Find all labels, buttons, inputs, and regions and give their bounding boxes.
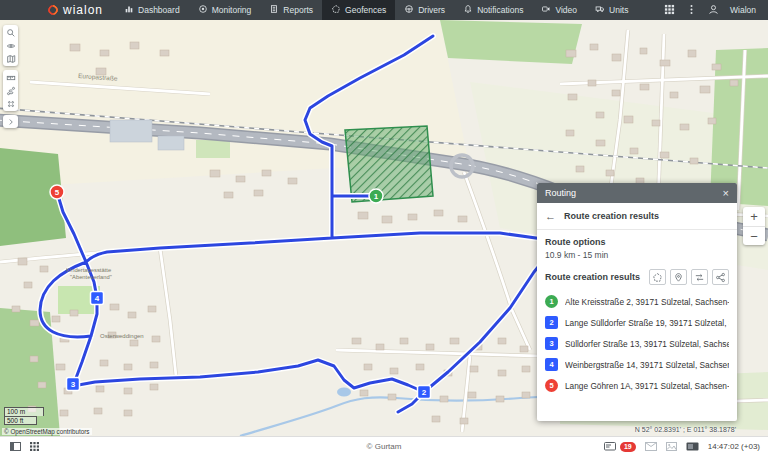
map-marker-4[interactable]: 4 xyxy=(91,292,104,305)
map-marker-2[interactable]: 2 xyxy=(418,386,431,399)
nav-item-label: Geofences xyxy=(345,5,386,15)
dots-icon xyxy=(6,99,16,109)
apps-grid-icon[interactable] xyxy=(664,1,675,19)
stop-address: Lange Sülldorfer Straße 19, 39171 Sülzet… xyxy=(565,318,729,328)
eye-icon xyxy=(6,41,16,51)
nav-item-label: Monitoring xyxy=(212,5,252,15)
save-as-place-button[interactable] xyxy=(670,269,687,285)
search-button[interactable] xyxy=(3,26,18,39)
stop-address: Lange Göhren 1A, 39171 Sülzetal, Sachsen… xyxy=(565,381,729,391)
scale-metric: 100 m xyxy=(4,407,44,416)
nav-item-video[interactable]: Video xyxy=(532,0,586,20)
video-wall-icon[interactable] xyxy=(686,442,699,451)
notifications-tray-icon[interactable] xyxy=(604,442,616,452)
route-options-header: Route options xyxy=(537,230,737,250)
toggle-panel-icon[interactable] xyxy=(10,442,21,451)
reverse-route-button[interactable] xyxy=(691,269,708,285)
map-source-button[interactable] xyxy=(3,52,18,65)
ruler-icon xyxy=(6,73,16,83)
share-route-button[interactable] xyxy=(712,269,729,285)
map-marker-3[interactable]: 3 xyxy=(67,378,80,391)
nav-item-notifications[interactable]: Notifications xyxy=(454,0,532,20)
nav-item-monitoring[interactable]: Monitoring xyxy=(189,0,261,20)
geofence-polygon[interactable] xyxy=(345,126,433,202)
map-marker-5[interactable]: 5 xyxy=(50,185,64,199)
dashboard-icon xyxy=(124,4,134,16)
nav-item-reports[interactable]: Reports xyxy=(260,0,322,20)
svg-text:1: 1 xyxy=(374,192,379,201)
routing-button[interactable] xyxy=(3,84,18,97)
map-marker-1[interactable]: 1 xyxy=(369,189,383,203)
user-name[interactable]: Wialon xyxy=(730,5,756,15)
top-navigation-bar: wialon DashboardMonitoringReportsGeofenc… xyxy=(0,0,768,20)
zoom-out-button[interactable]: − xyxy=(743,226,765,245)
nav-item-label: Reports xyxy=(283,5,313,15)
reports-icon xyxy=(269,4,279,16)
route-stop-row[interactable]: 4Weinbergstraße 14, 39171 Sülzetal, Sach… xyxy=(537,354,737,375)
route-stop-row[interactable]: 2Lange Sülldorfer Straße 19, 39171 Sülze… xyxy=(537,312,737,333)
nav-item-label: Dashboard xyxy=(138,5,180,15)
stop-address: Alte Kreisstraße 2, 39171 Sülzetal, Sach… xyxy=(565,297,729,307)
create-geofence-button[interactable] xyxy=(649,269,666,285)
nav-item-dashboard[interactable]: Dashboard xyxy=(115,0,189,20)
map-scale: 100 m 500 ft xyxy=(4,407,44,425)
back-arrow-icon[interactable]: ← xyxy=(545,212,556,221)
village-label: Osterweddingen xyxy=(100,333,144,339)
wialon-logo-text: wialon xyxy=(63,3,103,17)
svg-text:2: 2 xyxy=(422,388,427,397)
route-stop-row[interactable]: 5Lange Göhren 1A, 39171 Sülzetal, Sachse… xyxy=(537,375,737,396)
route-stop-row[interactable]: 3Sülldorfer Straße 13, 39171 Sülzetal, S… xyxy=(537,333,737,354)
cursor-coordinates: N 52° 02.8391' ; E 011° 38.1878' xyxy=(635,426,736,433)
notifications-icon xyxy=(463,4,473,16)
routing-panel: Routing × ← Route creation results Route… xyxy=(537,183,737,421)
map-icon xyxy=(6,54,16,64)
stop-address: Sülldorfer Straße 13, 39171 Sülzetal, Sa… xyxy=(565,339,729,349)
nav-item-label: Drivers xyxy=(418,5,445,15)
wialon-logo-icon xyxy=(46,3,60,17)
close-icon[interactable]: × xyxy=(723,188,729,199)
svg-text:4: 4 xyxy=(95,294,100,303)
svg-text:5: 5 xyxy=(55,188,60,197)
route-results-back-label: Route creation results xyxy=(564,211,659,221)
routing-panel-header: Routing × xyxy=(537,183,737,203)
map-area[interactable]: Europastraße Kindertagesstätte "Abenteue… xyxy=(0,20,768,436)
nav-item-drivers[interactable]: Drivers xyxy=(395,0,454,20)
chevron-right-icon xyxy=(6,117,16,127)
expand-toolbar-button[interactable] xyxy=(3,116,18,127)
nav-item-geofences[interactable]: Geofences xyxy=(322,0,395,20)
route-results-header: Route creation results xyxy=(545,272,645,282)
routing-panel-title: Routing xyxy=(545,188,576,198)
zoom-in-button[interactable]: + xyxy=(743,207,765,226)
clock: 14:47:02 (+03) xyxy=(708,442,760,451)
stop-badge: 3 xyxy=(545,337,558,350)
route-icon xyxy=(6,86,16,96)
kita-label-line1: Kindertagesstätte xyxy=(66,267,111,273)
zoom-control: + − xyxy=(743,207,765,245)
place-marker-icon xyxy=(673,272,684,283)
measure-button[interactable] xyxy=(3,71,18,84)
route-options-value: 10.9 km - 15 min xyxy=(537,250,737,267)
swap-arrows-icon xyxy=(694,272,705,283)
geofences-icon xyxy=(331,4,341,16)
route-stops-list: 1Alte Kreisstraße 2, 39171 Sülzetal, Sac… xyxy=(537,289,737,398)
notification-count-badge[interactable]: 19 xyxy=(620,442,636,452)
svg-text:3: 3 xyxy=(71,380,76,389)
nav-item-units[interactable]: Units xyxy=(586,0,637,20)
media-icon[interactable] xyxy=(666,442,677,451)
stop-badge: 4 xyxy=(545,358,558,371)
main-nav: DashboardMonitoringReportsGeofencesDrive… xyxy=(115,0,637,20)
scale-imperial: 500 ft xyxy=(4,416,37,425)
wialon-logo[interactable]: wialon xyxy=(0,3,115,17)
user-icon[interactable] xyxy=(708,1,719,19)
nav-item-label: Units xyxy=(609,5,628,15)
visibility-button[interactable] xyxy=(3,39,18,52)
more-menu-icon[interactable] xyxy=(686,1,697,19)
clusters-button[interactable] xyxy=(3,97,18,110)
video-icon xyxy=(541,4,551,16)
bottom-apps-grid-icon[interactable] xyxy=(30,442,39,451)
route-stop-row[interactable]: 1Alte Kreisstraße 2, 39171 Sülzetal, Sac… xyxy=(537,291,737,312)
messages-icon[interactable] xyxy=(645,442,657,451)
nav-item-label: Notifications xyxy=(477,5,523,15)
osm-attribution: © OpenStreetMap contributors xyxy=(2,428,92,435)
stop-badge: 5 xyxy=(545,379,558,392)
